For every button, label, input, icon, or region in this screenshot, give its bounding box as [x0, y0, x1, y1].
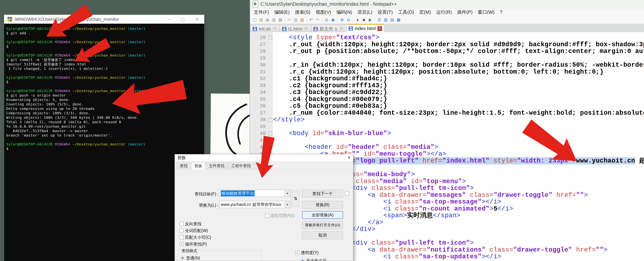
menu-item[interactable]: 设置(T) [375, 9, 395, 15]
code-line[interactable]: <body id="skin-blur-blue"> [273, 130, 644, 137]
swap-find-replace-button[interactable]: ⇅ [292, 191, 299, 207]
tab-close-icon[interactable]: ✕ [304, 27, 308, 31]
record-macro-icon[interactable]: ● [354, 17, 361, 23]
code-line[interactable]: .r_in {width:120px; height:120px; border… [273, 62, 644, 69]
transparency-radio[interactable]: 失去焦点后 [301, 257, 326, 261]
dialog-tab-查找[interactable]: 查找 [176, 162, 191, 169]
save-icon[interactable]: ▣ [264, 17, 271, 23]
folder-as-workspace-icon[interactable]: ▦ [395, 17, 402, 23]
paste-icon[interactable]: ▧ [299, 17, 305, 23]
tab-t1.html[interactable]: t1.html✕ [280, 25, 311, 32]
menu-item[interactable]: 搜索(S) [292, 9, 313, 15]
menu-item[interactable]: 插件(P) [454, 9, 475, 15]
play-macro-icon[interactable]: ▶ [367, 17, 374, 23]
menu-item[interactable]: 窗口(W) [475, 9, 497, 15]
fold-toggle-icon[interactable]: − [268, 36, 272, 39]
tab-close-icon[interactable]: ✕ [339, 27, 344, 31]
menu-item[interactable]: 编码(N) [334, 9, 355, 15]
fold-toggle-icon[interactable]: − [268, 145, 272, 149]
checkbox-icon[interactable] [180, 235, 184, 239]
code-line[interactable] [273, 137, 644, 144]
in-selection-checkbox[interactable]: 选取范围内(I) [265, 213, 295, 218]
fold-toggle-icon[interactable]: − [268, 118, 272, 121]
find-input[interactable]: 移动能效管理平台 ▼ [219, 190, 290, 197]
checkbox-checked-icon[interactable]: ✓ [180, 242, 184, 246]
tab-新文件 1[interactable]: 新文件 1✕ [311, 25, 346, 32]
doc-map-icon[interactable]: ▥ [382, 17, 389, 23]
close-icon[interactable]: ✕ [348, 155, 350, 160]
dialog-tab-文件查找[interactable]: 文件查找 [206, 162, 228, 169]
option-checkbox[interactable]: 反向查找 [180, 220, 211, 227]
terminal-output[interactable]: Sylar@DESKTOP-G6C412R MINGW64 ~/Desktop/… [4, 24, 204, 261]
option-checkbox[interactable]: 全词匹配(W) [180, 227, 211, 234]
replace-all-open-files-button[interactable]: 替换所有打开文件(O) [302, 221, 343, 229]
menu-item[interactable]: ? [497, 10, 505, 15]
transparency-checkbox[interactable]: ✓ 透明度(Y) [295, 250, 319, 255]
close-icon[interactable]: ✕ [195, 17, 199, 22]
find-next-checkbox[interactable] [345, 192, 349, 196]
dialog-tab-替换[interactable]: 替换 [191, 162, 205, 170]
replace-all-button[interactable]: 全部替换(A) [302, 211, 343, 219]
copy-icon[interactable]: ▥ [292, 17, 299, 23]
tab-close-icon[interactable]: ✕ [273, 27, 277, 31]
replace-icon[interactable]: ◉ [330, 17, 336, 23]
code-line[interactable]: .r_out {width:120px; height:120px; borde… [273, 41, 644, 48]
checkbox-icon[interactable] [180, 222, 184, 226]
undo-icon[interactable]: ↶ [308, 17, 314, 23]
tab-close-icon[interactable]: ✕ [378, 26, 382, 31]
code-line[interactable]: .c4 {background:#00e079;} [273, 96, 644, 103]
menu-item[interactable]: 编辑(E) [272, 9, 292, 15]
menu-item[interactable]: 宏(M) [417, 9, 434, 15]
menu-item[interactable]: 语言(L) [355, 9, 375, 15]
zoom-in-icon[interactable]: ⊕ [339, 17, 345, 23]
redo-icon[interactable]: ↷ [314, 17, 321, 23]
dialog-tab-工程中查找[interactable]: 工程中查找 [228, 162, 254, 169]
menu-item[interactable]: 运行(R) [434, 9, 454, 15]
code-line[interactable]: .c2 {background:#fff143;} [273, 82, 644, 89]
stop-macro-icon[interactable]: ■ [361, 17, 367, 23]
function-list-icon[interactable]: ☰ [376, 17, 382, 23]
save-all-icon[interactable]: ▦ [271, 17, 277, 23]
tab-init.sh[interactable]: init.sh✕ [250, 25, 280, 32]
find-next-button[interactable]: 查找下一个 [302, 190, 343, 197]
minimize-icon[interactable]: ─ [167, 17, 170, 22]
tab-index.html[interactable]: index.html✕ [346, 24, 384, 32]
zoom-out-icon[interactable]: ⊖ [345, 17, 352, 23]
print-icon[interactable]: ▤ [277, 17, 284, 23]
checkbox-icon[interactable] [180, 229, 184, 232]
menu-item[interactable]: 视图(V) [313, 9, 334, 15]
option-checkbox[interactable]: ✓循环查找(P) [180, 241, 211, 247]
notepad-titlebar[interactable]: C:\Users\Sylar\Desktop\yuchao_monitor\in… [250, 0, 644, 8]
radio-icon[interactable] [181, 256, 184, 260]
chevron-down-icon[interactable]: ▼ [284, 190, 290, 196]
option-checkbox[interactable]: 匹配大小写(C) [180, 234, 211, 241]
code-line[interactable]: <style type="text/css"> [273, 34, 644, 41]
search-mode-radio[interactable]: 普通(N) [181, 254, 261, 261]
code-line[interactable]: .c3 {background:#c9dd22;} [273, 89, 644, 96]
code-line[interactable]: .c5 {background:#0eb83a;} [273, 103, 644, 110]
doc-list-icon[interactable]: ▤ [389, 17, 395, 23]
code-line[interactable]: .c1 {background:#fbad4c;} [273, 75, 644, 82]
open-folder-icon[interactable]: ▨ [258, 17, 264, 23]
dialog-tab-标记[interactable]: 标记 [254, 162, 268, 169]
code-line[interactable]: </style> [273, 116, 644, 123]
menu-item[interactable]: 文件(F) [251, 9, 272, 15]
code-line[interactable]: .r_out p {position:absolute; /**bottom:-… [273, 48, 644, 55]
code-line[interactable]: .r_c {width:120px; height:120px; positio… [273, 69, 644, 76]
code-line[interactable]: <header id="header" class="media"> [273, 144, 644, 151]
find-icon[interactable]: ◎ [324, 17, 330, 23]
menu-item[interactable]: 工具(O) [395, 9, 417, 15]
radio-icon[interactable] [301, 259, 304, 261]
chevron-down-icon[interactable]: ▼ [284, 201, 290, 208]
replace-button[interactable]: 替换(R) [302, 201, 343, 209]
code-line[interactable]: .r_num {color:#404040; font-size:23px; l… [273, 110, 644, 117]
cut-icon[interactable]: ✂ [286, 17, 292, 23]
replace-dialog-titlebar[interactable]: 替换 ✕ [175, 154, 353, 161]
fold-toggle-icon[interactable]: − [268, 132, 272, 135]
replace-input[interactable]: www.yuchaoit.cn 超哥带你学linux ▼ [219, 201, 290, 208]
maximize-icon[interactable]: ▢ [181, 17, 185, 22]
cancel-button[interactable]: 取消 [302, 231, 343, 239]
code-line[interactable] [273, 123, 644, 130]
new-file-icon[interactable]: ▢ [252, 17, 258, 23]
terminal-titlebar[interactable]: MINGW64:/c/Users/Sylar/Desktop/yuchao_mo… [4, 15, 204, 24]
